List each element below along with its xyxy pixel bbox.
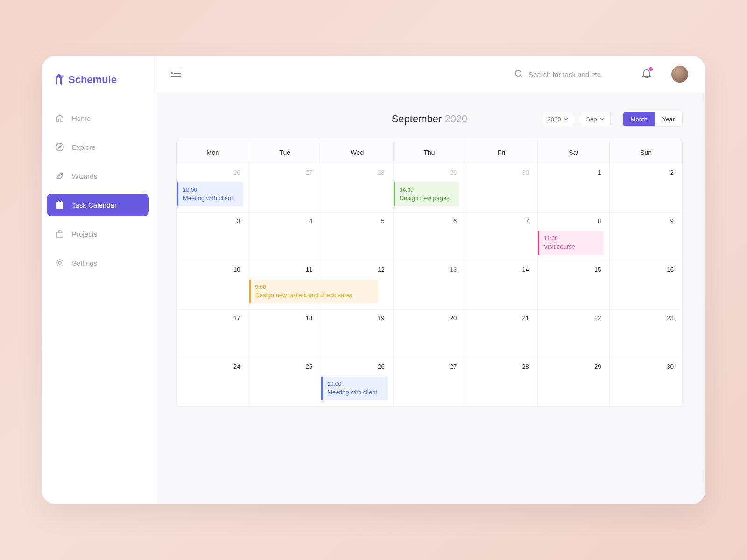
event-title: Visit course xyxy=(544,243,599,251)
calendar-day[interactable]: 30 xyxy=(465,164,538,212)
sidebar-item-wizards[interactable]: Wizards xyxy=(47,165,149,187)
calendar-day[interactable]: 13 xyxy=(394,261,466,309)
calendar-title: September 2020 xyxy=(392,113,468,125)
chevron-down-icon xyxy=(600,117,605,121)
calendar-day[interactable]: 3 xyxy=(177,212,249,261)
sidebar-item-settings[interactable]: Settings xyxy=(47,252,149,274)
day-number: 13 xyxy=(395,266,460,275)
calendar-day[interactable]: 15 xyxy=(538,261,610,309)
event-title: Design new pages xyxy=(400,194,455,203)
calendar-day[interactable]: 28 xyxy=(465,358,538,406)
dow-label: Wed xyxy=(321,141,394,164)
sidebar-nav: HomeExploreWizardsTask CalendarProjectsS… xyxy=(42,107,154,274)
calendar-day[interactable]: 28 xyxy=(321,164,394,212)
svg-point-1 xyxy=(56,143,63,151)
calendar-day[interactable]: 24 xyxy=(177,358,249,406)
notifications-button[interactable] xyxy=(641,68,652,80)
calendar-day[interactable]: 6 xyxy=(394,212,466,261)
gear-icon xyxy=(55,258,64,267)
dow-label: Mon xyxy=(177,141,249,164)
day-number: 27 xyxy=(395,363,460,372)
sidebar-item-label: Home xyxy=(72,114,91,122)
logo: Schemule xyxy=(42,74,154,107)
calendar-day[interactable]: 5 xyxy=(321,212,394,261)
calendar-day[interactable]: 23 xyxy=(610,309,682,358)
notification-dot xyxy=(649,67,653,71)
calendar-grid: MonTueWedThuFriSatSun 2610:00Meeting wit… xyxy=(176,141,683,407)
compass-icon xyxy=(55,142,64,152)
view-month-button[interactable]: Month xyxy=(623,112,655,126)
sidebar-item-label: Task Calendar xyxy=(72,201,117,209)
view-toggle: Month Year xyxy=(623,112,683,127)
sidebar-item-label: Projects xyxy=(72,230,97,238)
day-number: 9 xyxy=(612,217,677,226)
year-select-value: 2020 xyxy=(548,116,561,123)
calendar-header: September 2020 2020 Sep Month Year xyxy=(176,113,683,125)
day-number: 29 xyxy=(540,363,604,372)
calendar-event[interactable]: 10:00Meeting with client xyxy=(321,377,388,400)
calendar-day[interactable]: 20 xyxy=(394,309,466,358)
calendar-day[interactable]: 17 xyxy=(177,309,249,358)
day-number: 30 xyxy=(612,363,677,372)
svg-line-14 xyxy=(521,76,522,77)
day-number: 28 xyxy=(467,363,532,372)
calendar-day[interactable]: 27 xyxy=(394,358,466,406)
calendar-event[interactable]: 9:00Design new project and check sales xyxy=(249,280,378,303)
day-number: 16 xyxy=(612,266,677,275)
calendar-day[interactable]: 9 xyxy=(610,212,682,261)
avatar[interactable] xyxy=(671,66,688,83)
days-grid: 2610:00Meeting with client27282914:30Des… xyxy=(177,164,682,406)
event-time: 9:00 xyxy=(255,283,374,291)
calendar-day[interactable]: 2 xyxy=(610,164,682,212)
calendar-event[interactable]: 14:30Design new pages xyxy=(394,182,460,206)
calendar-day[interactable]: 25 xyxy=(249,358,322,406)
calendar-day[interactable]: 30 xyxy=(610,358,682,406)
svg-rect-7 xyxy=(56,232,63,237)
calendar-day[interactable]: 2610:00Meeting with client xyxy=(177,164,249,212)
calendar-day[interactable]: 10 xyxy=(177,261,249,309)
event-title: Meeting with client xyxy=(327,388,383,397)
calendar-day[interactable]: 1 xyxy=(538,164,610,212)
feather-icon xyxy=(55,171,64,181)
calendar-day[interactable]: 29 xyxy=(538,358,610,406)
month-select-value: Sep xyxy=(586,116,597,123)
menu-toggle-icon[interactable] xyxy=(171,69,181,79)
event-time: 10:00 xyxy=(327,380,383,388)
calendar-month: September xyxy=(392,113,442,125)
sidebar-item-home[interactable]: Home xyxy=(47,107,149,129)
calendar-day[interactable]: 4 xyxy=(249,212,322,261)
day-number: 17 xyxy=(179,315,243,323)
briefcase-icon xyxy=(55,229,64,238)
calendar-day[interactable]: 21 xyxy=(465,309,538,358)
calendar-day[interactable]: 811:30Visit course xyxy=(538,212,610,261)
logo-text: Schemule xyxy=(68,74,117,86)
sidebar-item-explore[interactable]: Explore xyxy=(47,136,149,158)
view-year-button[interactable]: Year xyxy=(655,112,682,126)
calendar-day[interactable]: 19 xyxy=(321,309,394,358)
calendar-event[interactable]: 10:00Meeting with client xyxy=(177,182,243,206)
calendar-panel: September 2020 2020 Sep Month Year xyxy=(154,92,705,504)
sidebar-item-projects[interactable]: Projects xyxy=(47,223,149,245)
day-number: 24 xyxy=(179,363,243,372)
calendar-day[interactable]: 2914:30Design new pages xyxy=(394,164,466,212)
sidebar-item-task-calendar[interactable]: Task Calendar xyxy=(47,194,149,216)
day-number: 29 xyxy=(395,169,460,178)
calendar-day[interactable]: 27 xyxy=(249,164,322,212)
calendar-day[interactable]: 22 xyxy=(538,309,610,358)
search-input[interactable] xyxy=(529,70,617,78)
topbar xyxy=(154,56,705,92)
calendar-day[interactable]: 14 xyxy=(465,261,538,309)
chevron-down-icon xyxy=(564,117,568,121)
sidebar-item-label: Wizards xyxy=(72,172,97,180)
calendar-day[interactable]: 2610:00Meeting with client xyxy=(321,358,394,406)
svg-point-8 xyxy=(58,261,61,264)
calendar-day[interactable]: 16 xyxy=(610,261,682,309)
calendar-day[interactable]: 18 xyxy=(249,309,322,358)
day-number: 19 xyxy=(323,315,388,323)
calendar-event[interactable]: 11:30Visit course xyxy=(538,231,604,255)
year-select[interactable]: 2020 xyxy=(542,112,575,126)
calendar-day[interactable]: 7 xyxy=(465,212,538,261)
calendar-day[interactable]: 119:00Design new project and check sales xyxy=(249,261,322,309)
day-number: 28 xyxy=(323,169,388,178)
month-select[interactable]: Sep xyxy=(580,112,610,126)
